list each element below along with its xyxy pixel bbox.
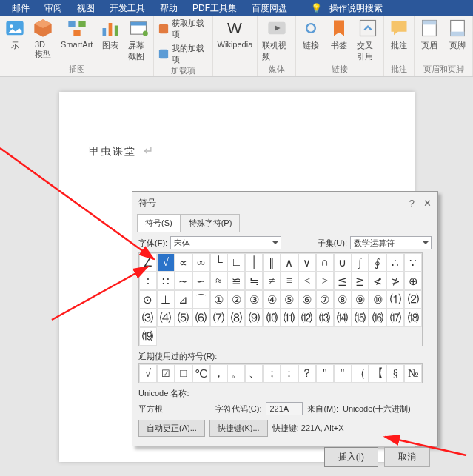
symbol-cell[interactable]: ⑴ bbox=[386, 290, 404, 309]
recent-symbol-cell[interactable]: 。 bbox=[227, 364, 245, 383]
symbol-cell[interactable]: ⑸ bbox=[175, 309, 192, 327]
symbol-cell[interactable]: ⑵ bbox=[404, 290, 422, 309]
symbol-cell[interactable]: ⒁ bbox=[334, 309, 352, 327]
symbol-cell[interactable]: ≦ bbox=[334, 272, 352, 290]
symbol-cell[interactable]: ⑽ bbox=[263, 309, 281, 327]
autocorrect-button[interactable]: 自动更正(A)... bbox=[138, 420, 205, 437]
symbol-cell[interactable]: ∠ bbox=[139, 253, 157, 272]
symbol-cell[interactable]: ≮ bbox=[369, 272, 386, 290]
symbol-cell[interactable]: ⒄ bbox=[386, 309, 404, 327]
recent-symbol-cell[interactable]: □ bbox=[175, 364, 192, 383]
smartart-button[interactable]: SmartArt bbox=[61, 18, 93, 49]
recent-symbol-cell[interactable]: 【 bbox=[369, 364, 386, 383]
insert-button[interactable]: 插入(I) bbox=[324, 447, 378, 467]
symbol-cell[interactable]: ⊕ bbox=[404, 272, 422, 290]
symbol-cell[interactable]: ① bbox=[210, 290, 228, 309]
symbol-cell[interactable]: ⊙ bbox=[139, 290, 157, 309]
recent-symbol-cell[interactable]: ； bbox=[263, 364, 281, 383]
symbol-cell[interactable]: ∫ bbox=[352, 253, 369, 272]
recent-symbol-cell[interactable]: § bbox=[386, 364, 404, 383]
symbol-cell[interactable]: √ bbox=[157, 253, 175, 272]
symbol-cell[interactable]: └ bbox=[210, 253, 228, 272]
font-select[interactable]: 宋体 bbox=[170, 236, 281, 249]
comment-button[interactable]: 批注 bbox=[389, 18, 409, 51]
link-button[interactable]: 链接 bbox=[301, 18, 321, 51]
symbol-cell[interactable]: ≈ bbox=[210, 272, 228, 290]
symbol-cell[interactable]: ∼ bbox=[175, 272, 192, 290]
wikipedia-button[interactable]: WWikipedia bbox=[218, 18, 253, 49]
tab-pdf[interactable]: PDF工具集 bbox=[185, 2, 244, 15]
recent-symbol-cell[interactable]: " bbox=[334, 364, 352, 383]
symbol-cell[interactable]: ∨ bbox=[298, 253, 316, 272]
symbol-cell[interactable]: ∴ bbox=[386, 253, 404, 272]
tab-review[interactable]: 审阅 bbox=[37, 2, 70, 15]
symbol-cell[interactable]: ≠ bbox=[263, 272, 281, 290]
header-button[interactable]: 页眉 bbox=[419, 18, 440, 51]
symbol-cell[interactable]: ∟ bbox=[227, 253, 245, 272]
chart-button[interactable]: 图表 bbox=[100, 18, 121, 51]
footer-button[interactable]: 页脚 bbox=[447, 18, 468, 51]
recent-symbol-cell[interactable]: ， bbox=[210, 364, 228, 383]
symbol-cell[interactable]: ③ bbox=[245, 290, 263, 309]
tab-view[interactable]: 视图 bbox=[70, 2, 102, 15]
symbol-cell[interactable]: ∝ bbox=[175, 253, 192, 272]
subset-select[interactable]: 数学运算符 bbox=[350, 236, 432, 249]
tab-mail[interactable]: 邮件 bbox=[4, 2, 37, 15]
online-video-button[interactable]: 联机视频 bbox=[262, 18, 291, 62]
tab-developer[interactable]: 开发工具 bbox=[102, 2, 152, 15]
tell-me-search[interactable]: 操作说明搜索 bbox=[329, 2, 390, 15]
symbol-cell[interactable]: ≒ bbox=[245, 272, 263, 290]
symbol-cell[interactable]: ⒅ bbox=[404, 309, 422, 327]
symbol-cell[interactable]: ⑶ bbox=[139, 309, 157, 327]
recent-symbol-cell[interactable]: （ bbox=[352, 364, 369, 383]
my-addins-button[interactable]: 我的加载项 bbox=[158, 43, 207, 65]
symbol-cell[interactable]: ⑾ bbox=[281, 309, 298, 327]
symbol-cell[interactable]: ⑥ bbox=[298, 290, 316, 309]
symbol-cell[interactable]: ≤ bbox=[298, 272, 316, 290]
symbol-cell[interactable]: ⑼ bbox=[245, 309, 263, 327]
symbol-cell[interactable]: ∞ bbox=[192, 253, 210, 272]
help-icon[interactable]: ? bbox=[409, 198, 415, 209]
symbol-cell[interactable]: ≥ bbox=[316, 272, 334, 290]
symbol-cell[interactable]: ⑧ bbox=[334, 290, 352, 309]
symbol-cell[interactable]: ⑦ bbox=[316, 290, 334, 309]
symbol-cell[interactable]: ≡ bbox=[281, 272, 298, 290]
symbol-cell[interactable]: ⒆ bbox=[139, 327, 157, 346]
recent-symbol-cell[interactable]: " bbox=[316, 364, 334, 383]
recent-symbol-cell[interactable]: ☑ bbox=[157, 364, 175, 383]
recent-symbol-cell[interactable]: 、 bbox=[245, 364, 263, 383]
symbol-cell[interactable]: ≧ bbox=[352, 272, 369, 290]
symbol-cell[interactable]: ∩ bbox=[316, 253, 334, 272]
tab-baidu[interactable]: 百度网盘 bbox=[244, 2, 295, 15]
shortcut-key-button[interactable]: 快捷键(K)... bbox=[209, 420, 268, 437]
insert-picture-button[interactable]: 示 bbox=[4, 18, 25, 51]
symbol-cell[interactable]: ⒀ bbox=[316, 309, 334, 327]
search-icon[interactable]: 💡 bbox=[303, 3, 329, 13]
symbol-cell[interactable]: ⑩ bbox=[369, 290, 386, 309]
symbol-cell[interactable]: ∶ bbox=[139, 272, 157, 290]
symbol-cell[interactable]: ⑤ bbox=[281, 290, 298, 309]
symbol-cell[interactable]: │ bbox=[245, 253, 263, 272]
symbol-cell[interactable]: ② bbox=[227, 290, 245, 309]
symbol-cell[interactable]: ⊿ bbox=[175, 290, 192, 309]
symbol-cell[interactable]: ⑹ bbox=[192, 309, 210, 327]
3d-model-button[interactable]: 3D 模型 bbox=[33, 18, 53, 60]
symbol-cell[interactable]: ∥ bbox=[263, 253, 281, 272]
cancel-button[interactable]: 取消 bbox=[384, 447, 430, 467]
close-icon[interactable]: ✕ bbox=[423, 198, 432, 209]
symbol-cell[interactable]: ④ bbox=[263, 290, 281, 309]
recent-symbol-cell[interactable]: ： bbox=[281, 364, 298, 383]
symbol-cell[interactable]: ⊥ bbox=[157, 290, 175, 309]
symbol-cell[interactable]: ⑷ bbox=[157, 309, 175, 327]
symbol-cell[interactable]: ∽ bbox=[192, 272, 210, 290]
tab-symbols[interactable]: 符号(S) bbox=[137, 214, 181, 232]
screenshot-button[interactable]: 屏幕截图 bbox=[128, 18, 149, 62]
symbol-cell[interactable]: ∵ bbox=[404, 253, 422, 272]
symbol-cell[interactable]: ∷ bbox=[157, 272, 175, 290]
symbol-cell[interactable]: ≯ bbox=[386, 272, 404, 290]
recent-symbol-cell[interactable]: № bbox=[404, 364, 422, 383]
tab-special-chars[interactable]: 特殊字符(P) bbox=[181, 214, 241, 232]
symbol-cell[interactable]: ⑻ bbox=[227, 309, 245, 327]
recent-symbol-cell[interactable]: ？ bbox=[298, 364, 316, 383]
recent-symbol-cell[interactable]: ℃ bbox=[192, 364, 210, 383]
